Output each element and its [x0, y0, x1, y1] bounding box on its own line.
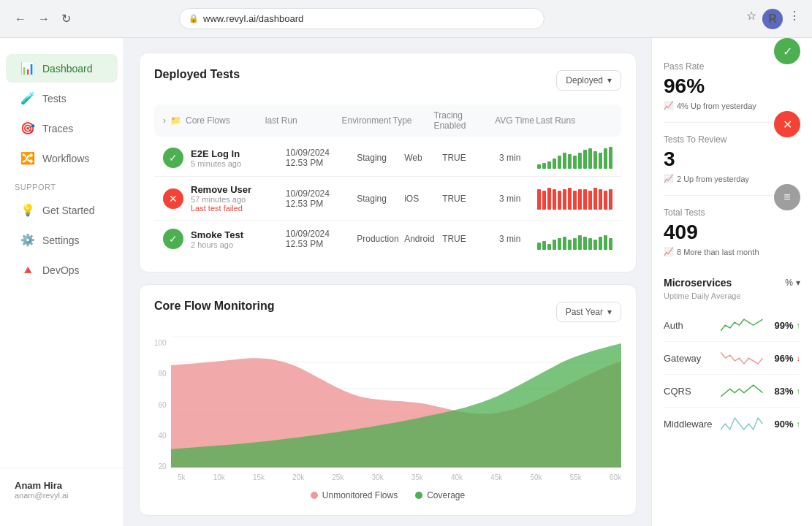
- stat-icon: ≡: [774, 184, 800, 210]
- table-row[interactable]: ✓ Smoke Test 2 hours ago 10/09/202412.53…: [154, 221, 621, 257]
- sidebar-item-workflows[interactable]: 🔀 Workflows: [6, 144, 118, 172]
- mini-bar: [537, 189, 541, 210]
- chart-filter-label: Past Year: [566, 307, 603, 317]
- mini-bar: [568, 154, 572, 169]
- stat-info: Pass Rate 96%: [664, 61, 705, 101]
- sidebar-label-traces: Traces: [42, 123, 73, 134]
- col-header-name: › 📁 Core Flows: [163, 115, 265, 126]
- forward-button[interactable]: →: [35, 9, 53, 28]
- deployed-filter-button[interactable]: Deployed ▾: [556, 70, 621, 91]
- back-button[interactable]: ←: [12, 9, 29, 28]
- menu-icon[interactable]: ⋮: [789, 9, 800, 29]
- row-time: 2 hours ago: [191, 240, 286, 249]
- refresh-button[interactable]: ↻: [58, 9, 74, 28]
- sidebar-item-settings[interactable]: ⚙️ Settings: [6, 226, 118, 254]
- col-header-lastruns: Last Runs: [536, 115, 612, 126]
- micro-pct: 90%: [769, 419, 794, 430]
- legend-dot-coverage: [415, 492, 422, 499]
- microservices-subtitle: Uptime Daily Average: [664, 291, 800, 300]
- row-lastrun: 10/09/202412.53 PM: [286, 188, 357, 209]
- microservices-title: Microservices: [664, 277, 732, 289]
- chart-legend: Unmonitored Flows Coverage: [154, 490, 621, 500]
- sidebar-item-devops[interactable]: 🔺 DevOps: [6, 256, 118, 284]
- browser-navigation[interactable]: ← → ↻: [12, 9, 74, 28]
- micro-item-middleware: Middleware 90% ↑: [664, 408, 800, 440]
- url-text: www.revyl.ai/dashboard: [203, 13, 303, 24]
- trend-icon: 📈: [664, 101, 674, 110]
- mini-bar: [547, 244, 551, 250]
- mini-bar: [568, 188, 572, 210]
- mini-bar: [558, 156, 561, 169]
- mini-bar: [573, 191, 577, 210]
- stat-label: Total Tests: [664, 207, 705, 218]
- sidebar-item-traces[interactable]: 🎯 Traces: [6, 114, 118, 142]
- chart-header: Core Flow Monitoring Past Year ▾: [154, 300, 621, 324]
- dashboard-icon: 📊: [20, 61, 35, 75]
- micro-item-auth: Auth 99% ↑: [664, 309, 800, 342]
- trend-arrow-up: ↑: [797, 419, 801, 428]
- mini-bar: [537, 164, 541, 169]
- tests-icon: 🧪: [20, 91, 35, 105]
- table-row[interactable]: ✕ Remove User 57 minutes ago Last test f…: [154, 177, 621, 221]
- mini-bar: [547, 188, 551, 210]
- row-time: 57 minutes ago: [191, 195, 286, 204]
- sidebar-item-tests[interactable]: 🧪 Tests: [6, 84, 118, 113]
- col-header-type: Type: [392, 115, 433, 126]
- mini-bar: [558, 191, 561, 210]
- row-tracing: TRUE: [442, 194, 499, 204]
- row-status-icon: ✓: [163, 148, 183, 168]
- row-status-icon: ✕: [163, 188, 183, 209]
- mini-bar: [599, 237, 602, 250]
- col-header-avg: AVG Time: [495, 115, 536, 126]
- main-content: Deployed Tests Deployed ▾ › 📁 Core Flows…: [124, 38, 651, 526]
- user-email: anam@revyl.ai: [15, 491, 109, 500]
- stat-icon: ✓: [774, 38, 800, 64]
- mini-bar: [588, 148, 592, 169]
- sparkline-svg: [721, 349, 763, 367]
- microservices-filter[interactable]: % ▾: [785, 278, 800, 288]
- get-started-icon: 💡: [20, 203, 35, 217]
- row-environment: Staging: [357, 194, 404, 204]
- stat-info: Total Tests 409: [664, 207, 705, 247]
- micro-pct: 96%: [769, 353, 794, 364]
- sparkline-svg: [721, 382, 763, 400]
- chart-filter-button[interactable]: Past Year ▾: [556, 302, 621, 322]
- y-axis: 100 80 60 40 20: [154, 339, 171, 470]
- mini-bar: [542, 191, 546, 210]
- sidebar-label-settings: Settings: [42, 235, 80, 246]
- mini-bar: [583, 237, 587, 250]
- stat-row: Tests To Review 3 ✕: [664, 134, 800, 174]
- mini-bar: [547, 161, 551, 169]
- mini-bar: [573, 156, 577, 169]
- micro-sparkline: [721, 415, 763, 432]
- chart-svg-container: [171, 336, 621, 470]
- row-type: Web: [404, 153, 442, 163]
- x-axis: 5k 10k 15k 20k 25k 30k 35k 40k 45k 50k 5…: [178, 473, 621, 481]
- mini-bar: [609, 189, 612, 210]
- row-avg-time: 3 min: [499, 194, 537, 204]
- filter-pct-label: %: [785, 278, 793, 288]
- row-name-block: Smoke Test 2 hours ago: [191, 229, 286, 249]
- url-bar[interactable]: 🔒 www.revyl.ai/dashboard: [179, 8, 545, 29]
- row-name: E2E Log In: [191, 148, 286, 159]
- stat-icon: ✕: [774, 111, 800, 137]
- sidebar-label-workflows: Workflows: [42, 153, 89, 164]
- legend-dot-unmonitored: [311, 492, 318, 499]
- mini-bar: [553, 240, 556, 250]
- stat-card-0: Pass Rate 96% ✓ 📈 4% Up from yesterday: [664, 50, 800, 123]
- sparkline-svg: [721, 415, 763, 432]
- mini-bar: [563, 153, 566, 169]
- sidebar-label-tests: Tests: [42, 93, 67, 104]
- stat-label: Pass Rate: [664, 61, 705, 72]
- table-row[interactable]: ✓ E2E Log In 5 minutes ago 10/09/202412.…: [154, 140, 621, 177]
- trend-arrow-up: ↑: [797, 386, 801, 395]
- mini-bar: [583, 150, 587, 169]
- micro-item-cqrs: CQRS 83% ↑: [664, 375, 800, 408]
- row-last-runs: [537, 228, 612, 250]
- star-icon[interactable]: ☆: [746, 9, 756, 29]
- sidebar-item-dashboard[interactable]: 📊 Dashboard: [6, 54, 118, 83]
- mini-bar: [578, 189, 582, 210]
- legend-label-unmonitored: Unmonitored Flows: [322, 490, 398, 500]
- row-environment: Production: [357, 234, 404, 244]
- sidebar-item-get-started[interactable]: 💡 Get Started: [6, 196, 118, 224]
